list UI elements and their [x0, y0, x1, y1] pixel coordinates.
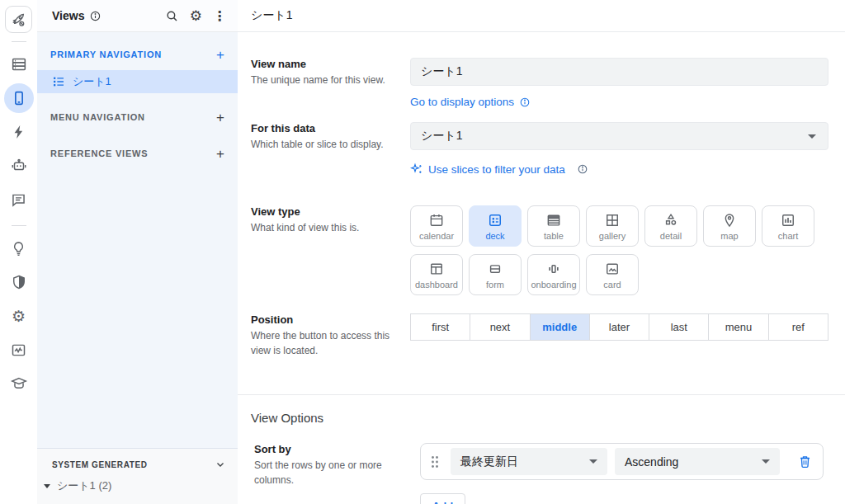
- view-type-form-button[interactable]: form: [469, 254, 522, 295]
- view-type-deck-button[interactable]: deck: [469, 205, 522, 247]
- for-this-data-select[interactable]: シート1: [410, 122, 828, 150]
- card-image-icon: [604, 261, 621, 277]
- position-desc: Where the button to access this view is …: [251, 328, 400, 358]
- views-panel-header: Views ⚙ ⋮: [37, 0, 238, 32]
- lightbulb-icon: [10, 240, 27, 257]
- for-this-data-desc: Which table or slice to display.: [251, 137, 400, 152]
- phone-views-icon: [10, 89, 28, 107]
- robot-icon: [10, 157, 28, 175]
- position-menu[interactable]: menu: [708, 314, 767, 340]
- drag-handle-icon[interactable]: [431, 455, 439, 469]
- info-icon[interactable]: [89, 10, 101, 22]
- view-type-dashboard-label: dashboard: [415, 280, 458, 290]
- lightning-icon: [11, 124, 27, 140]
- rail-automation-button[interactable]: [4, 151, 34, 181]
- rail-views-button[interactable]: [4, 83, 34, 113]
- sort-direction-select[interactable]: Ascending: [615, 448, 780, 475]
- view-editor-title: シート1: [251, 8, 292, 23]
- view-type-grid: calendar deck: [410, 205, 828, 295]
- system-generated-label: SYSTEM GENERATED: [52, 460, 148, 469]
- add-reference-view-button[interactable]: +: [216, 147, 224, 161]
- view-type-map-label: map: [720, 231, 738, 241]
- rail-chat-button[interactable]: [4, 185, 34, 214]
- system-generated-item-label: シート1 (2): [57, 478, 111, 493]
- go-to-display-options-link[interactable]: Go to display options: [410, 96, 828, 108]
- view-name-input[interactable]: [410, 58, 828, 86]
- view-name-label: View name: [251, 58, 400, 70]
- rail-learn-button[interactable]: [4, 369, 34, 398]
- rocket-not-deployed-icon: [11, 12, 26, 27]
- add-primary-view-button[interactable]: +: [216, 48, 224, 62]
- app-deploy-status[interactable]: [5, 6, 32, 33]
- position-last[interactable]: last: [649, 314, 708, 340]
- sort-rule-row: 最終更新日 Ascending: [420, 443, 824, 480]
- view-type-table-label: table: [544, 231, 564, 241]
- add-sort-rule-button[interactable]: Add: [420, 493, 465, 504]
- sort-column-select[interactable]: 最終更新日: [451, 448, 607, 475]
- collapse-triangle-icon: [44, 484, 50, 488]
- view-type-card-button[interactable]: card: [586, 254, 639, 295]
- rail-data-button[interactable]: [4, 49, 34, 79]
- section-divider: [238, 394, 845, 395]
- system-generated-header[interactable]: SYSTEM GENERATED: [37, 449, 238, 475]
- view-editor-main: シート1 View name The unique name for this …: [238, 0, 845, 504]
- position-next[interactable]: next: [470, 314, 529, 340]
- sidebar-item-sheet1[interactable]: シート1: [37, 70, 238, 93]
- deck-list-icon: [52, 75, 65, 88]
- calendar-icon: [428, 212, 445, 228]
- info-icon: [577, 163, 588, 175]
- view-type-chart-label: chart: [778, 231, 798, 241]
- primary-navigation-label: PRIMARY NAVIGATION: [50, 49, 162, 59]
- view-type-chart-button[interactable]: chart: [762, 205, 814, 247]
- view-type-detail-button[interactable]: detail: [644, 205, 697, 247]
- view-type-deck-label: deck: [485, 231, 504, 241]
- add-menu-view-button[interactable]: +: [216, 111, 224, 125]
- position-ref[interactable]: ref: [768, 314, 828, 340]
- search-icon[interactable]: [165, 9, 179, 23]
- view-type-gallery-button[interactable]: gallery: [586, 205, 639, 247]
- sort-by-label: Sort by: [254, 443, 400, 455]
- menu-navigation-label: MENU NAVIGATION: [50, 112, 145, 122]
- more-vertical-icon[interactable]: ⋮: [213, 8, 226, 24]
- use-slices-link[interactable]: Use slices to filter your data: [410, 163, 828, 176]
- rail-monitor-button[interactable]: [4, 335, 34, 365]
- view-type-table-button[interactable]: table: [527, 205, 580, 247]
- rail-actions-button[interactable]: [4, 117, 34, 147]
- sparkle-icon: [410, 163, 423, 176]
- rail-intelligence-button[interactable]: [4, 233, 34, 263]
- position-first[interactable]: first: [411, 314, 470, 340]
- views-panel: Views ⚙ ⋮ PRIMARY NAVIGATION +: [37, 0, 238, 504]
- view-type-calendar-label: calendar: [419, 231, 454, 241]
- position-later[interactable]: later: [589, 314, 649, 340]
- position-middle[interactable]: middle: [530, 314, 589, 340]
- reference-views-label: REFERENCE VIEWS: [50, 148, 148, 158]
- activity-monitor-icon: [10, 341, 27, 359]
- system-generated-item-sheet1[interactable]: シート1 (2): [37, 475, 238, 493]
- menu-navigation-section: MENU NAVIGATION +: [37, 106, 238, 128]
- sort-column-value: 最終更新日: [460, 455, 518, 469]
- view-options-heading: View Options: [251, 411, 828, 425]
- view-type-onboarding-label: onboarding: [531, 280, 576, 290]
- view-type-desc: What kind of view this is.: [251, 220, 400, 235]
- detail-icon: [663, 212, 679, 228]
- delete-sort-rule-button[interactable]: [797, 454, 813, 469]
- view-name-desc: The unique name for this view.: [251, 73, 400, 87]
- views-settings-gear-icon[interactable]: ⚙: [190, 9, 202, 23]
- rail-divider: [12, 41, 26, 42]
- sort-by-desc: Sort the rows by one or more columns.: [254, 458, 400, 488]
- form-icon: [487, 261, 503, 277]
- rail-security-button[interactable]: [4, 267, 34, 297]
- view-type-card-label: card: [603, 280, 621, 290]
- use-slices-text: Use slices to filter your data: [428, 163, 565, 176]
- dashboard-icon: [428, 261, 445, 277]
- map-pin-icon: [721, 212, 738, 228]
- primary-navigation-section: PRIMARY NAVIGATION +: [37, 44, 238, 65]
- view-type-dashboard-button[interactable]: dashboard: [410, 254, 463, 295]
- deck-icon: [487, 212, 503, 228]
- for-this-data-label: For this data: [251, 122, 400, 134]
- views-panel-title: Views: [52, 9, 84, 22]
- view-type-onboarding-button[interactable]: onboarding: [527, 254, 580, 295]
- view-type-map-button[interactable]: map: [703, 205, 756, 247]
- view-type-calendar-button[interactable]: calendar: [410, 205, 463, 247]
- rail-settings-button[interactable]: ⚙: [4, 301, 34, 331]
